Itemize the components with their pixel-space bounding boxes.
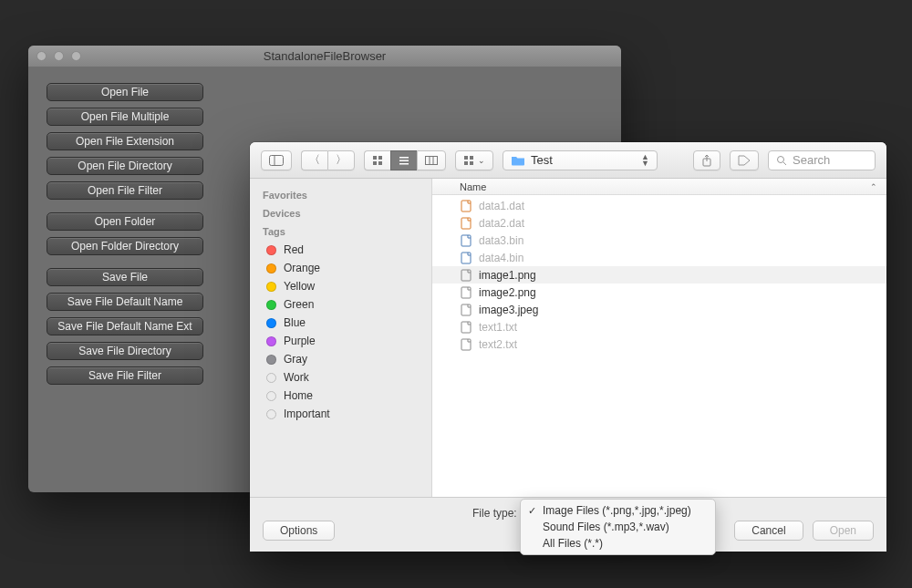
tag-dot-icon	[266, 373, 276, 383]
close-window-button[interactable]	[36, 51, 47, 61]
file-name-label: image1.png	[479, 269, 536, 282]
folder-picker[interactable]: Test ▲▼	[503, 150, 658, 170]
tag-dot-icon	[266, 409, 276, 419]
svg-rect-5	[378, 161, 382, 165]
tag-blue[interactable]: Blue	[250, 314, 431, 332]
svg-rect-21	[461, 218, 471, 229]
file-row[interactable]: image2.png	[432, 284, 886, 301]
tag-home[interactable]: Home	[250, 387, 431, 405]
options-button[interactable]: Options	[263, 521, 335, 541]
file-icon	[460, 338, 472, 351]
cancel-button[interactable]: Cancel	[734, 521, 803, 541]
tag-yellow[interactable]: Yellow	[250, 277, 431, 295]
nav-buttons: 〈 〉	[301, 150, 355, 170]
window-controls	[36, 51, 81, 61]
tag-dot-icon	[266, 336, 276, 346]
svg-rect-25	[461, 287, 471, 298]
tag-work[interactable]: Work	[250, 368, 431, 387]
file-icon	[460, 200, 472, 212]
grid-icon	[372, 155, 383, 166]
tag-label: Work	[284, 371, 309, 384]
tag-label: Blue	[284, 316, 306, 329]
file-name-label: data3.bin	[479, 234, 523, 247]
arrange-icon	[463, 155, 474, 166]
unity-button-save-file-directory[interactable]: Save File Directory	[47, 342, 203, 360]
tag-purple[interactable]: Purple	[250, 332, 431, 350]
search-field[interactable]: Search	[768, 150, 876, 170]
column-name-label: Name	[460, 181, 486, 192]
svg-rect-24	[461, 270, 471, 281]
tag-dot-icon	[266, 300, 276, 310]
file-row[interactable]: image3.jpeg	[432, 301, 886, 318]
tag-red[interactable]: Red	[250, 241, 431, 259]
open-label: Open	[830, 524, 856, 537]
unity-button-save-file-filter[interactable]: Save File Filter	[47, 366, 203, 385]
filetype-popup[interactable]: Image Files (*.png,*.jpg,*.jpeg)Sound Fi…	[520, 499, 716, 555]
svg-rect-4	[373, 161, 377, 165]
search-placeholder: Search	[793, 153, 830, 167]
share-button[interactable]	[693, 150, 720, 170]
unity-button-save-file-default-name-ext[interactable]: Save File Default Name Ext	[47, 317, 203, 335]
svg-rect-2	[373, 156, 377, 160]
file-name-label: image2.png	[479, 286, 536, 299]
tag-label: Purple	[284, 335, 316, 347]
file-row: data2.dat	[432, 214, 886, 232]
columns-icon	[425, 155, 438, 166]
svg-rect-20	[461, 201, 471, 211]
sidebar-section-tags: Tags	[250, 222, 431, 241]
svg-rect-14	[464, 161, 468, 165]
unity-button-open-folder-directory[interactable]: Open Folder Directory	[47, 237, 203, 255]
list-icon	[399, 155, 409, 166]
filetype-option[interactable]: Sound Files (*.mp3,*.wav)	[521, 519, 715, 535]
tag-important[interactable]: Important	[250, 405, 431, 423]
chevron-down-icon: ⌄	[478, 156, 485, 165]
tag-label: Orange	[284, 262, 320, 274]
view-icons-button[interactable]	[364, 150, 390, 170]
open-button[interactable]: Open	[813, 521, 874, 541]
tags-button[interactable]	[730, 150, 759, 170]
unity-button-save-file-default-name[interactable]: Save File Default Name	[47, 293, 203, 311]
folder-icon	[511, 155, 525, 166]
unity-button-open-file[interactable]: Open File	[47, 83, 203, 101]
view-list-button[interactable]	[390, 150, 417, 170]
folder-name-label: Test	[531, 153, 553, 167]
dialog-toolbar: 〈 〉 ⌄ Test ▲▼	[250, 142, 886, 179]
view-mode-segment	[364, 150, 446, 170]
filetype-option[interactable]: Image Files (*.png,*.jpg,*.jpeg)	[521, 502, 715, 519]
sidebar-section-devices: Devices	[250, 204, 431, 222]
forward-button[interactable]: 〉	[327, 150, 355, 170]
arrange-button[interactable]: ⌄	[455, 150, 493, 170]
file-icon	[460, 304, 472, 316]
view-columns-button[interactable]	[417, 150, 446, 170]
tag-label: Red	[284, 243, 304, 256]
column-header[interactable]: Name ⌃	[432, 179, 886, 195]
minimize-window-button[interactable]	[54, 51, 64, 61]
dialog-bottom-bar: Options File type: Image Files (*.png,*.…	[250, 497, 886, 552]
zoom-window-button[interactable]	[71, 51, 81, 61]
svg-rect-26	[461, 304, 471, 315]
unity-button-open-file-multiple[interactable]: Open File Multiple	[47, 108, 203, 126]
svg-rect-27	[461, 322, 471, 333]
unity-button-open-file-directory[interactable]: Open File Directory	[47, 157, 203, 175]
file-icon	[460, 217, 472, 230]
back-button[interactable]: 〈	[301, 150, 327, 170]
filetype-option[interactable]: All Files (*.*)	[521, 535, 715, 552]
tag-dot-icon	[266, 355, 276, 365]
unity-button-open-file-filter[interactable]: Open File Filter	[47, 181, 203, 200]
tag-label: Yellow	[284, 280, 315, 293]
tag-orange[interactable]: Orange	[250, 259, 431, 277]
file-list: data1.datdata2.datdata3.bindata4.binimag…	[432, 195, 886, 497]
unity-button-save-file[interactable]: Save File	[47, 268, 203, 286]
svg-rect-9	[426, 156, 438, 164]
svg-rect-22	[461, 235, 471, 246]
file-row[interactable]: image1.png	[432, 266, 886, 284]
unity-button-open-folder[interactable]: Open Folder	[47, 212, 203, 231]
unity-button-open-file-extension[interactable]: Open File Extension	[47, 132, 203, 150]
svg-rect-28	[461, 339, 471, 350]
tag-label: Gray	[284, 353, 307, 366]
tag-gray[interactable]: Gray	[250, 350, 431, 368]
open-file-dialog: 〈 〉 ⌄ Test ▲▼	[250, 142, 886, 552]
svg-rect-3	[378, 156, 382, 160]
toggle-sidebar-button[interactable]	[261, 150, 292, 170]
tag-green[interactable]: Green	[250, 295, 431, 314]
